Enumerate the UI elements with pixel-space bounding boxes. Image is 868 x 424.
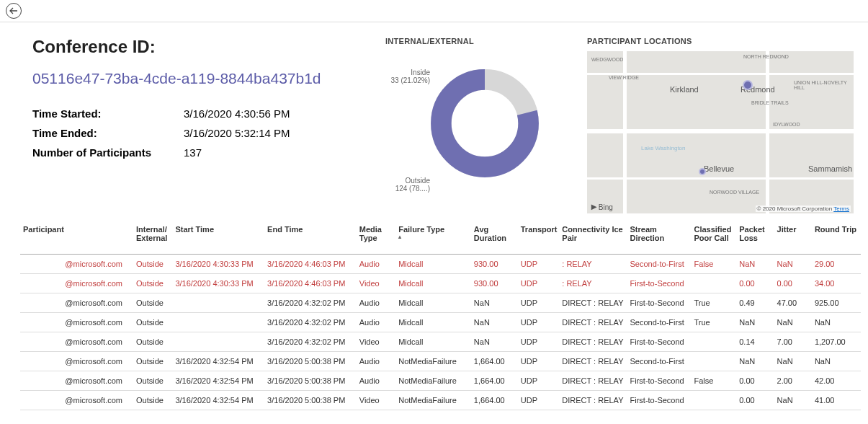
- cell-start: 3/16/2020 4:30:33 PM: [172, 274, 264, 293]
- col-participant[interactable]: Participant: [20, 221, 133, 255]
- table-row[interactable]: @microsoft.comOutside3/16/2020 4:32:54 P…: [20, 352, 861, 371]
- table-row[interactable]: @microsoft.comOutside3/16/2020 4:32:02 P…: [20, 313, 861, 332]
- map-marker[interactable]: [743, 80, 753, 90]
- participants-label: Number of Participants: [32, 146, 184, 159]
- cell-media: Video: [357, 332, 395, 352]
- cell-classified: False: [691, 371, 736, 391]
- cell-start: 3/16/2020 4:32:54 PM: [172, 371, 264, 391]
- table-row[interactable]: @microsoft.comOutside3/16/2020 4:30:33 P…: [20, 274, 861, 293]
- col-round-trip[interactable]: Round Trip: [812, 221, 861, 255]
- cell-avg: 930.00: [471, 274, 518, 293]
- table-row[interactable]: @microsoft.comOutside3/16/2020 4:32:02 P…: [20, 293, 861, 313]
- donut-title: INTERNAL/EXTERNAL: [385, 37, 565, 45]
- back-arrow-icon: [9, 6, 18, 15]
- col-jitter[interactable]: Jitter: [774, 221, 812, 255]
- cell-transport: UDP: [518, 274, 560, 293]
- map-area: WEDGWOOD: [591, 57, 623, 62]
- cell-avg: NaN: [471, 293, 518, 313]
- map-city: Kirkland: [670, 85, 699, 94]
- cell-participant: @microsoft.com: [20, 313, 133, 332]
- map-area: NORTH REDMOND: [743, 54, 789, 59]
- terms-link[interactable]: Terms: [833, 206, 849, 212]
- col-avg-duration[interactable]: Avg Duration: [471, 221, 518, 255]
- inside-value: 33 (21.02%): [391, 76, 430, 84]
- cell-end: 3/16/2020 4:32:02 PM: [264, 313, 357, 332]
- cell-start: [172, 332, 264, 352]
- cell-jitter: NaN: [774, 352, 812, 371]
- cell-failure: Midcall: [395, 332, 471, 352]
- col-media-type[interactable]: Media Type: [357, 221, 395, 255]
- col-failure-type[interactable]: Failure Type▴: [395, 221, 471, 255]
- cell-transport: UDP: [518, 352, 560, 371]
- cell-round: NaN: [812, 313, 861, 332]
- cell-transport: UDP: [518, 255, 560, 274]
- cell-participant: @microsoft.com: [20, 352, 133, 371]
- map-highway: [766, 51, 769, 213]
- cell-media: Audio: [357, 352, 395, 371]
- cell-ie: Outside: [133, 274, 172, 293]
- table-row[interactable]: @microsoft.comOutside3/16/2020 4:32:02 P…: [20, 332, 861, 352]
- map-city: Sammamish: [808, 164, 852, 173]
- cell-packet: 0.49: [736, 293, 774, 313]
- cell-start: [172, 293, 264, 313]
- back-button[interactable]: [6, 3, 22, 19]
- cell-transport: UDP: [518, 293, 560, 313]
- map-marker[interactable]: [699, 168, 706, 175]
- cell-classified: [691, 274, 736, 293]
- donut-container: Inside 33 (21.02%) Outside 124 (78....): [385, 51, 537, 203]
- col-stream-direction[interactable]: Stream Direction: [627, 221, 692, 255]
- col-end-time[interactable]: End Time: [264, 221, 357, 255]
- cell-round: 925.00: [812, 293, 861, 313]
- cell-participant: @microsoft.com: [20, 391, 133, 410]
- cell-conn: : RELAY: [559, 274, 627, 293]
- cell-transport: UDP: [518, 391, 560, 410]
- cell-failure: Midcall: [395, 255, 471, 274]
- cell-start: 3/16/2020 4:30:33 PM: [172, 255, 264, 274]
- cell-transport: UDP: [518, 313, 560, 332]
- cell-participant: @microsoft.com: [20, 274, 133, 293]
- cell-conn: DIRECT : RELAY: [559, 391, 627, 410]
- col-packet-loss[interactable]: Packet Loss: [736, 221, 774, 255]
- time-ended-value: 3/16/2020 5:32:14 PM: [184, 127, 290, 139]
- cell-ie: Outside: [133, 371, 172, 391]
- map-area: UNION HILL-NOVELTY HILL: [794, 80, 854, 90]
- map-city: Bellevue: [704, 164, 734, 173]
- table-row[interactable]: @microsoft.comOutside3/16/2020 4:30:33 P…: [20, 255, 861, 274]
- cell-packet: 0.00: [736, 274, 774, 293]
- cell-packet: NaN: [736, 313, 774, 332]
- cell-jitter: 7.00: [774, 332, 812, 352]
- donut-svg[interactable]: [427, 66, 542, 181]
- time-started-row: Time Started: 3/16/2020 4:30:56 PM: [32, 107, 364, 120]
- table-header-row: Participant Internal/ External Start Tim…: [20, 221, 861, 255]
- outside-label: Outside: [406, 177, 430, 185]
- outside-value: 124 (78....): [395, 185, 430, 193]
- cell-round: 42.00: [812, 371, 861, 391]
- participants-table-wrap: Participant Internal/ External Start Tim…: [0, 221, 868, 410]
- cell-start: 3/16/2020 4:32:54 PM: [172, 352, 264, 371]
- cell-end: 3/16/2020 4:46:03 PM: [264, 255, 357, 274]
- conference-title: Conference ID:: [32, 37, 364, 57]
- cell-jitter: 2.00: [774, 371, 812, 391]
- cell-stream: Second-to-First: [627, 255, 692, 274]
- table-row[interactable]: @microsoft.comOutside3/16/2020 4:32:54 P…: [20, 371, 861, 391]
- cell-round: 29.00: [812, 255, 861, 274]
- cell-participant: @microsoft.com: [20, 255, 133, 274]
- participant-map[interactable]: Kirkland Redmond Bellevue Sammamish Lake…: [587, 51, 854, 213]
- map-area: BRIDLE TRAILS: [751, 100, 789, 105]
- col-internal-external[interactable]: Internal/ External: [133, 221, 172, 255]
- cell-jitter: 0.00: [774, 274, 812, 293]
- cell-failure: NotMediaFailure: [395, 371, 471, 391]
- col-transport[interactable]: Transport: [518, 221, 560, 255]
- donut-chart-block: INTERNAL/EXTERNAL Inside 33 (21.02%) Out…: [385, 37, 565, 213]
- col-classified[interactable]: Classified Poor Call: [691, 221, 736, 255]
- table-row[interactable]: @microsoft.comOutside3/16/2020 4:32:54 P…: [20, 391, 861, 410]
- map-title: PARTICIPANT LOCATIONS: [587, 37, 854, 45]
- cell-failure: Midcall: [395, 293, 471, 313]
- cell-classified: [691, 332, 736, 352]
- cell-jitter: NaN: [774, 391, 812, 410]
- cell-jitter: NaN: [774, 313, 812, 332]
- summary-area: Conference ID: 05116e47-73ba-4cde-a119-8…: [0, 22, 868, 221]
- cell-failure: Midcall: [395, 274, 471, 293]
- col-start-time[interactable]: Start Time: [172, 221, 264, 255]
- col-connectivity[interactable]: Connectivity Ice Pair: [559, 221, 627, 255]
